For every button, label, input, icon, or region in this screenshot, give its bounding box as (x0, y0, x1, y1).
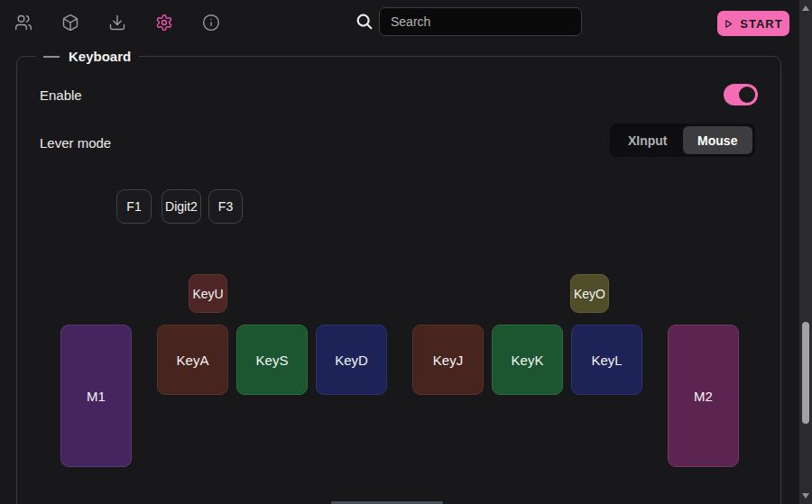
key-button-f1[interactable]: F1 (116, 189, 152, 224)
start-button[interactable]: START (717, 11, 789, 36)
toggle-knob (739, 87, 755, 103)
start-button-label: START (740, 17, 782, 31)
lever-mode-option-mouse[interactable]: Mouse (683, 126, 753, 154)
triangle-down-icon (802, 493, 809, 499)
key-button-keyu[interactable]: KeyU (189, 274, 227, 313)
scroll-down-arrow[interactable] (799, 490, 812, 502)
package-icon (61, 14, 79, 32)
info-icon (202, 14, 220, 32)
key-button-keya[interactable]: KeyA (157, 325, 228, 395)
users-icon (14, 14, 32, 32)
settings-nav-button[interactable] (155, 14, 173, 32)
download-icon (108, 14, 126, 32)
search-icon (355, 12, 374, 32)
lever-mode-option-xinput[interactable]: XInput (613, 126, 683, 154)
key-button-keyj[interactable]: KeyJ (412, 325, 484, 395)
key-button-m2[interactable]: M2 (668, 325, 739, 467)
lever-mode-switch: XInput Mouse (610, 124, 755, 157)
key-button-digit2[interactable]: Digit2 (161, 189, 201, 224)
users-nav-button[interactable] (14, 14, 32, 32)
enable-toggle[interactable] (724, 84, 758, 105)
keyboard-section-header: Keyboard (35, 49, 139, 64)
play-icon (724, 19, 734, 29)
enable-label: Enable (40, 87, 82, 103)
section-title: Keyboard (69, 49, 131, 64)
section-dash-icon (43, 56, 60, 58)
search-input[interactable] (379, 7, 582, 36)
triangle-up-icon (802, 5, 809, 11)
key-button-keyk[interactable]: KeyK (492, 325, 563, 395)
scrollbar-thumb[interactable] (802, 322, 809, 424)
settings-gear-icon (155, 14, 173, 32)
key-button-m1[interactable]: M1 (60, 325, 132, 467)
nav-icon-group (14, 0, 220, 45)
key-button-f3[interactable]: F3 (208, 189, 243, 224)
key-button-keys[interactable]: KeyS (236, 325, 308, 395)
download-nav-button[interactable] (108, 14, 126, 32)
scroll-up-arrow[interactable] (799, 2, 812, 14)
top-bar: START (0, 0, 799, 45)
package-nav-button[interactable] (61, 14, 79, 32)
lever-mode-label: Lever mode (40, 135, 111, 151)
key-button-keyd[interactable]: KeyD (316, 325, 387, 395)
key-button-keyl[interactable]: KeyL (571, 325, 642, 395)
key-button-keyo[interactable]: KeyO (570, 274, 609, 313)
info-nav-button[interactable] (202, 14, 220, 32)
vertical-scrollbar[interactable] (799, 0, 812, 504)
